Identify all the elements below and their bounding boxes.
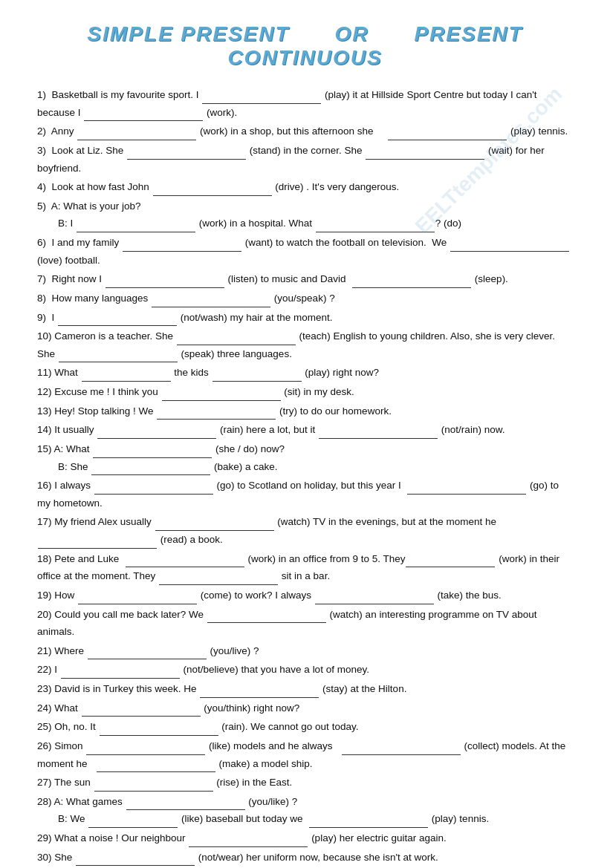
list-item: 2) Anny (work) in a shop, but this after…	[37, 123, 573, 140]
list-item: 17) My friend Alex usually (watch) TV in…	[37, 513, 573, 548]
list-item: 14) It usually (rain) here a lot, but it…	[37, 421, 573, 439]
list-item: 7) Right now I (listen) to music and Dav…	[37, 270, 573, 288]
list-item: 25) Oh, no. It (rain). We cannot go out …	[37, 718, 573, 736]
title-part1: SIMPLE PRESENT	[87, 22, 289, 45]
list-item: 20) Could you call me back later? We (wa…	[37, 606, 573, 641]
list-item: 22) I (not/believe) that you have a lot …	[37, 661, 573, 679]
title-or: OR	[335, 22, 369, 45]
page-title: SIMPLE PRESENT OR PRESENT CONTINUOUS	[87, 22, 522, 69]
list-item: 29) What a noise ! Our neighbour (play) …	[37, 829, 573, 847]
list-item: 3) Look at Liz. She (stand) in the corne…	[37, 142, 573, 177]
list-item: 1) Basketball is my favourite sport. I (…	[37, 86, 573, 121]
list-item: 11) What the kids (play) right now?	[37, 364, 573, 382]
exercise-list: 1) Basketball is my favourite sport. I (…	[37, 86, 573, 868]
list-item: 16) I always (go) to Scotland on holiday…	[37, 477, 573, 512]
list-item: 26) Simon (like) models and he always (c…	[37, 737, 573, 772]
list-item: 30) She (not/wear) her uniform now, beca…	[37, 849, 573, 867]
list-item: 24) What (you/think) right now?	[37, 699, 573, 717]
list-item: 8) How many languages (you/speak) ?	[37, 290, 573, 307]
list-item: 12) Excuse me ! I think you (sit) in my …	[37, 383, 573, 401]
list-item: 28) A: What games (you/like) ? B: We (li…	[37, 793, 573, 828]
list-item: 6) I and my family (want) to watch the f…	[37, 234, 573, 269]
list-item: 10) Cameron is a teacher. She (teach) En…	[37, 327, 573, 362]
list-item: 27) The sun (rise) in the East.	[37, 774, 573, 792]
list-item: 18) Pete and Luke (work) in an office fr…	[37, 550, 573, 585]
list-item: 13) Hey! Stop talking ! We (try) to do o…	[37, 402, 573, 420]
list-item: 4) Look at how fast John (drive) . It's …	[37, 178, 573, 196]
list-item: 19) How (come) to work? I always (take) …	[37, 587, 573, 604]
list-item: 5) A: What is your job? B: I (work) in a…	[37, 198, 573, 232]
list-item: 21) Where (you/live) ?	[37, 642, 573, 660]
title-container: SIMPLE PRESENT OR PRESENT CONTINUOUS	[37, 22, 573, 70]
list-item: 23) David is in Turkey this week. He (st…	[37, 680, 573, 698]
list-item: 9) I (not/wash) my hair at the moment.	[37, 309, 573, 327]
list-item: 15) A: What (she / do) now? B: She (bake…	[37, 440, 573, 475]
